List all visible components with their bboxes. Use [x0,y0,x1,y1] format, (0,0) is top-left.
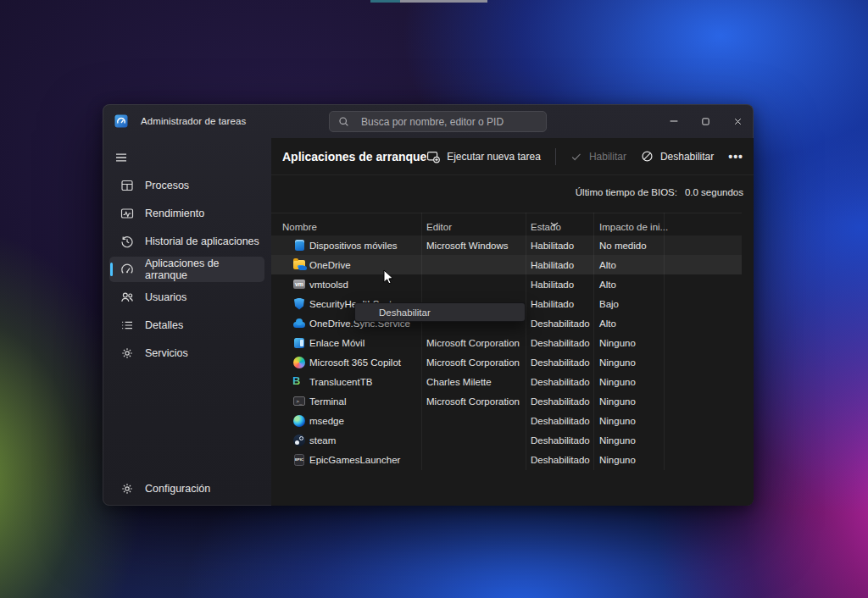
video-scrub-remaining [400,0,487,3]
minimize-button[interactable] [659,104,689,138]
processes-icon [120,179,134,192]
bios-time: Último tiempo de BIOS: 0.0 segundos [576,187,743,197]
maximize-button[interactable] [690,104,721,138]
cell-name: msedge [309,411,344,430]
table-row[interactable]: msedgeDeshabilitadoNinguno [271,411,742,430]
sidebar-item-usuarios[interactable]: Usuarios [109,285,264,310]
copilot-icon [292,356,306,369]
cell-impact: Alto [599,255,616,274]
column-separator [421,213,422,470]
disable-button[interactable]: Deshabilitar [641,150,714,163]
cell-name: Terminal [309,391,346,411]
close-button[interactable] [722,104,753,138]
search-input[interactable] [359,115,537,129]
cell-impact: Alto [599,274,616,294]
sidebar-item-rendimiento[interactable]: Rendimiento [109,201,264,226]
sort-descending-icon [550,215,559,230]
hamburger-icon [114,151,128,164]
cell-impact: Ninguno [599,352,636,372]
cell-name: Microsoft 365 Copilot [309,352,401,372]
steam-icon [292,434,306,447]
content-pane: Aplicaciones de arranque Ejecutar nueva … [271,138,754,506]
table-row[interactable]: Microsoft 365 CopilotMicrosoft Corporati… [271,352,742,372]
cell-name: OneDrive [309,255,351,274]
cell-name: vmtoolsd [309,274,348,294]
context-menu: Deshabilitar [354,302,526,322]
enable-label: Habilitar [589,151,626,163]
cell-status: Habilitado [531,235,574,255]
cell-impact: No medido [599,235,647,255]
pane-body: Último tiempo de BIOS: 0.0 segundos Nomb… [271,174,754,506]
page-title: Aplicaciones de arranque [282,138,426,174]
column-separator [526,213,526,470]
enable-button[interactable]: Habilitar [570,151,626,163]
task-manager-app-icon [114,114,128,128]
search-box[interactable] [329,111,547,132]
sidebar-item-servicios[interactable]: Servicios [109,341,264,366]
sidebar-item-historial[interactable]: Historial de aplicaciones [109,229,264,254]
vm-icon: vm [292,278,306,291]
cell-publisher: Microsoft Corporation [426,352,520,372]
cell-impact: Ninguno [599,372,636,391]
table-row[interactable]: Dispositivos móvilesMicrosoft WindowsHab… [271,235,742,255]
cell-status: Deshabilitado [531,450,590,469]
cell-status: Deshabilitado [531,372,590,391]
cell-status: Deshabilitado [531,352,590,372]
table-body: Dispositivos móvilesMicrosoft WindowsHab… [271,235,742,469]
epic-icon: EPIC [292,453,306,467]
sidebar-item-aplicaciones-de-arranque[interactable]: Aplicaciones de arranque [109,257,264,282]
table-row[interactable]: BTranslucentTBCharles MiletteDeshabilita… [271,372,742,391]
sidebar-item-label: Servicios [145,347,188,359]
column-header-editor[interactable]: Editor [426,222,452,232]
window-title: Administrador de tareas [141,104,246,138]
cell-impact: Ninguno [599,411,636,430]
bios-time-value: 0.0 segundos [685,187,743,197]
mobile-devices-icon [292,239,306,252]
sidebar-item-label: Historial de aplicaciones [145,235,259,247]
menu-toggle-button[interactable] [110,147,132,168]
column-header-impacto[interactable]: Impacto de ini... [599,222,668,232]
bios-time-label: Último tiempo de BIOS: [576,187,677,197]
details-icon [120,318,134,332]
table-row[interactable]: EPICEpicGamesLauncherDeshabilitadoNingun… [271,450,742,469]
services-icon [120,346,134,360]
context-menu-item-deshabilitar[interactable]: Deshabilitar [355,307,431,318]
cell-impact: Ninguno [599,391,636,411]
onedrive-icon [292,258,306,272]
toolbar-divider [555,148,556,165]
table-row[interactable]: steamDeshabilitadoNinguno [271,430,742,450]
translucenttb-icon: B [292,375,306,389]
maximize-icon [700,116,711,127]
sidebar-item-detalles[interactable]: Detalles [109,313,264,338]
cell-status: Deshabilitado [531,430,590,450]
checkmark-icon [570,151,582,163]
table-row[interactable]: vmvmtoolsdHabilitadoAlto [271,274,742,294]
table-header: Nombre Editor Estado Impacto de ini... [271,213,742,237]
sidebar-item-procesos[interactable]: Procesos [109,173,264,198]
cell-status: Deshabilitado [531,313,590,333]
performance-icon [120,207,134,220]
cell-status: Deshabilitado [531,391,590,411]
sidebar-item-label: Procesos [145,180,189,191]
run-new-task-button[interactable]: Ejecutar nueva tarea [426,150,541,163]
table-row[interactable]: OneDriveHabilitadoAlto [271,255,742,274]
sidebar-item-configuracion[interactable]: Configuración [109,476,264,501]
settings-gear-icon [120,482,134,496]
cell-name: Enlace Móvil [309,333,364,352]
users-icon [120,291,134,304]
phone-link-icon [292,336,306,350]
pane-header: Aplicaciones de arranque Ejecutar nueva … [271,138,754,174]
cell-publisher: Microsoft Corporation [426,333,520,352]
column-header-nombre[interactable]: Nombre [282,222,317,232]
table-row[interactable]: Enlace MóvilMicrosoft CorporationDeshabi… [271,333,742,352]
run-new-task-icon [426,150,440,163]
terminal-icon: >_ [292,395,306,408]
cell-publisher: Microsoft Corporation [426,391,520,411]
task-manager-window: Administrador de tareas Procesos [103,104,754,506]
cell-impact: Ninguno [599,430,636,450]
table-row[interactable]: >_TerminalMicrosoft CorporationDeshabili… [271,391,742,411]
column-separator [593,213,594,470]
search-icon [338,116,349,127]
sidebar-item-label: Usuarios [145,291,186,303]
more-options-button[interactable]: ••• [728,150,743,163]
